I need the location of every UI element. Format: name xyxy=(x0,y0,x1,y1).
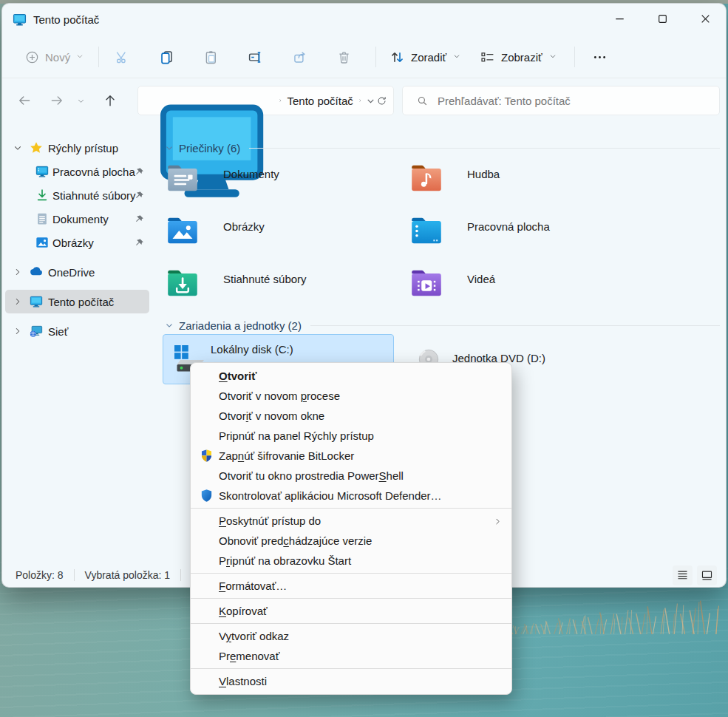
context-menu-item-premenovat[interactable]: Premenovať xyxy=(191,646,511,666)
document-icon xyxy=(35,211,50,226)
folder-label: Dokumenty xyxy=(223,168,279,180)
chevron-down-icon[interactable] xyxy=(164,320,174,330)
command-toolbar: Nový xyxy=(2,36,726,78)
folders-section-header[interactable]: Priečinky (6) xyxy=(152,140,720,155)
context-menu-item-otvorit[interactable]: Otvoriť xyxy=(191,366,511,386)
folder-tile-stiahnute-subory[interactable]: Stiahnuté súbory xyxy=(163,262,399,308)
large-icons-view-button[interactable] xyxy=(697,565,717,585)
details-view-button[interactable] xyxy=(673,565,693,585)
this-pc-icon xyxy=(149,86,275,115)
menu-item-label: Formátovať… xyxy=(219,580,287,592)
chevron-down-icon[interactable] xyxy=(13,143,23,153)
up-button[interactable] xyxy=(97,87,123,114)
sidebar-item-stiahnute-subory[interactable]: Stiahnuté súbory xyxy=(5,183,149,207)
status-divider xyxy=(180,569,181,581)
share-button[interactable] xyxy=(285,44,314,70)
minimize-button[interactable] xyxy=(602,5,636,32)
folder-pictures-icon xyxy=(164,213,201,250)
pin-icon xyxy=(134,214,145,225)
chevron-down-icon[interactable] xyxy=(164,143,174,153)
paste-icon xyxy=(203,50,219,65)
rename-icon xyxy=(248,50,263,65)
drive-label: Lokálny disk (C:) xyxy=(211,343,293,356)
folder-tile-videa[interactable]: Videá xyxy=(406,262,643,308)
folder-tile-hudba[interactable]: Hudba xyxy=(406,157,643,203)
back-button[interactable] xyxy=(11,87,38,114)
context-menu-item-pripnut-na-panel-rychly-pristup[interactable]: Pripnúť na panel Rýchly prístup xyxy=(191,426,511,446)
more-options-button[interactable] xyxy=(585,44,614,70)
window-title: Tento počítač xyxy=(33,13,99,26)
context-menu-item-vlastnosti[interactable]: Vlastnosti xyxy=(191,671,511,691)
folder-tile-dokumenty[interactable]: Dokumenty xyxy=(163,157,399,203)
close-button[interactable] xyxy=(688,5,722,32)
new-button[interactable]: Nový xyxy=(18,44,90,70)
context-menu-item-otvorit-v-novom-okne[interactable]: Otvoriť v novom okne xyxy=(191,406,511,426)
sort-icon xyxy=(389,50,405,65)
rename-button[interactable] xyxy=(240,44,270,70)
context-menu-item-otvorit-tu-okno-prostredia-powershell[interactable]: Otvoriť tu okno prostredia PowerShell xyxy=(191,466,511,486)
search-box[interactable] xyxy=(402,86,720,115)
sidebar-item-tento-pocitac[interactable]: Tento počítač xyxy=(5,290,149,313)
context-menu-item-formatovat[interactable]: Formátovať… xyxy=(191,576,511,596)
pin-icon xyxy=(134,237,145,248)
sidebar-item-onedrive[interactable]: OneDrive xyxy=(5,260,149,284)
toolbar-separator xyxy=(375,47,376,67)
folder-documents-icon xyxy=(164,160,201,197)
toolbar-separator xyxy=(98,47,99,67)
menu-item-label: Zapnúť šifrovanie BitLocker xyxy=(219,449,354,462)
sort-button[interactable]: Zoradiť xyxy=(384,44,467,70)
folder-tile-obrazky[interactable]: Obrázky xyxy=(163,210,399,256)
sidebar-item-siet[interactable]: Sieť xyxy=(5,319,149,343)
download-icon xyxy=(35,188,50,203)
chevron-down-icon xyxy=(76,96,86,106)
toolbar-separator xyxy=(574,47,575,67)
context-menu-item-zapnut-sifrovanie-bitlocker[interactable]: Zapnúť šifrovanie BitLocker xyxy=(191,446,511,466)
sidebar-item-obrazky[interactable]: Obrázky xyxy=(5,231,149,254)
chevron-right-icon[interactable] xyxy=(13,267,23,277)
context-menu-item-vytvorit-odkaz[interactable]: Vytvoriť odkaz xyxy=(191,626,511,646)
forward-button[interactable] xyxy=(44,87,70,114)
refresh-icon xyxy=(376,95,387,106)
chevron-right-icon[interactable] xyxy=(13,296,23,307)
view-button[interactable]: Zobraziť xyxy=(474,44,563,70)
folder-label: Stiahnuté súbory xyxy=(223,273,307,285)
sidebar-item-label: Tento počítač xyxy=(48,296,114,308)
sidebar-item-label: Dokumenty xyxy=(52,213,109,225)
ellipsis-icon xyxy=(592,50,608,65)
sidebar-item-pracovna-plocha[interactable]: Pracovná plocha xyxy=(5,160,149,183)
devices-section-header[interactable]: Zariadenia a jednotky (2) xyxy=(152,318,720,333)
folder-music-icon xyxy=(408,160,445,197)
address-bar[interactable]: Tento počítač xyxy=(137,86,394,115)
folder-label: Pracovná plocha xyxy=(467,220,550,233)
context-menu-item-obnovit-predchadzajuce-verzie[interactable]: Obnoviť predchádzajúce verzie xyxy=(191,531,511,551)
copy-button[interactable] xyxy=(152,44,181,70)
delete-button[interactable] xyxy=(329,44,358,70)
folder-tile-pracovna-plocha[interactable]: Pracovná plocha xyxy=(406,210,643,256)
breadcrumb[interactable]: Tento počítač xyxy=(288,95,353,107)
menu-item-label: Pripnúť na panel Rýchly prístup xyxy=(219,429,374,442)
context-menu-item-skontrolovat-aplikaciou-microsoft-defender[interactable]: Skontrolovať aplikáciou Microsoft Defend… xyxy=(191,486,511,506)
refresh-button[interactable] xyxy=(376,91,387,110)
pin-icon xyxy=(134,166,145,177)
context-menu-item-kopirovat[interactable]: Kopírovať xyxy=(191,601,511,621)
sidebar-item-dokumenty[interactable]: Dokumenty xyxy=(5,207,149,231)
search-input[interactable] xyxy=(436,94,710,108)
recent-locations-button[interactable] xyxy=(70,87,91,114)
sidebar-item-label: Sieť xyxy=(48,325,68,338)
large-icons-view-icon xyxy=(701,569,713,582)
sidebar-item-label: Stiahnuté súbory xyxy=(52,189,136,202)
sidebar-item-rychly-pristup[interactable]: Rýchly prístup xyxy=(5,136,149,160)
minimize-icon xyxy=(612,11,627,27)
submenu-chevron-icon xyxy=(493,516,503,526)
chevron-down-icon xyxy=(365,95,376,106)
this-pc-icon xyxy=(12,12,27,27)
chevron-right-icon[interactable] xyxy=(13,326,23,336)
paste-button[interactable] xyxy=(196,44,225,70)
sidebar-item-label: Pracovná plocha xyxy=(52,166,135,178)
context-menu-item-pripnut-na-obrazovku-start[interactable]: Pripnúť na obrazovku Štart xyxy=(191,551,511,571)
address-dropdown-button[interactable] xyxy=(365,91,376,110)
maximize-button[interactable] xyxy=(645,5,679,32)
context-menu-item-otvorit-v-novom-procese[interactable]: Otvoriť v novom procese xyxy=(191,386,511,406)
cut-button[interactable] xyxy=(107,44,137,70)
context-menu-item-poskytnut-pristup-do[interactable]: Poskytnúť prístup do xyxy=(191,511,511,531)
